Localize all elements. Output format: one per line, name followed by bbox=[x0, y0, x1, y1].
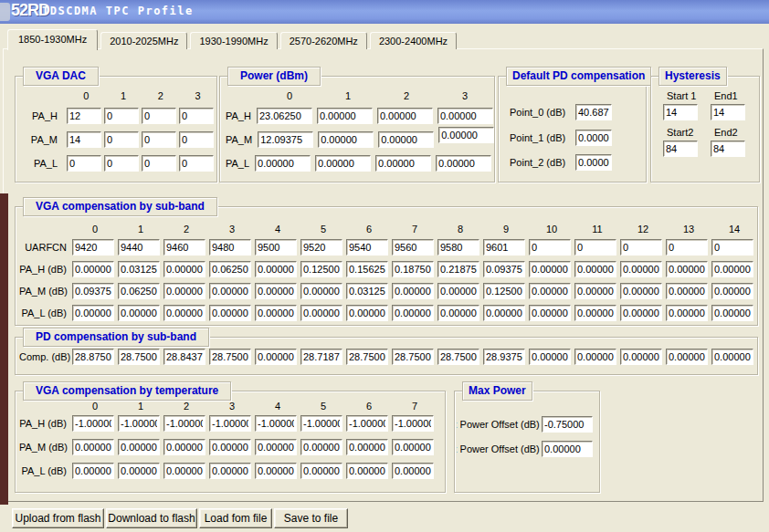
value-field[interactable] bbox=[104, 108, 139, 124]
value-field[interactable] bbox=[255, 415, 297, 432]
value-field[interactable] bbox=[437, 261, 479, 277]
value-field[interactable] bbox=[666, 349, 708, 365]
value-field[interactable] bbox=[209, 305, 251, 321]
value-field[interactable] bbox=[436, 155, 491, 172]
value-field[interactable] bbox=[67, 155, 101, 172]
value-field[interactable] bbox=[438, 127, 494, 143]
value-field[interactable] bbox=[529, 239, 571, 256]
value-field[interactable] bbox=[300, 463, 342, 479]
tab-2300-2400mhz[interactable]: 2300-2400MHz bbox=[370, 32, 457, 49]
save-to-file-button[interactable]: Save to file bbox=[274, 508, 348, 528]
value-field[interactable] bbox=[258, 131, 313, 148]
value-field[interactable] bbox=[392, 283, 434, 299]
value-field[interactable] bbox=[255, 439, 297, 455]
value-field[interactable] bbox=[392, 261, 434, 277]
value-field[interactable] bbox=[118, 283, 160, 299]
value-field[interactable] bbox=[209, 349, 251, 365]
value-field[interactable] bbox=[118, 463, 160, 479]
value-field[interactable] bbox=[257, 108, 312, 124]
value-field[interactable] bbox=[620, 305, 662, 321]
download-to-flash-button[interactable]: Download to flash bbox=[106, 508, 197, 528]
value-field[interactable] bbox=[163, 239, 205, 256]
point1-field[interactable] bbox=[575, 130, 612, 146]
value-field[interactable] bbox=[72, 261, 114, 277]
value-field[interactable] bbox=[72, 283, 114, 299]
value-field[interactable] bbox=[620, 239, 662, 256]
value-field[interactable] bbox=[375, 155, 431, 172]
value-field[interactable] bbox=[666, 261, 708, 277]
value-field[interactable] bbox=[255, 463, 297, 479]
value-field[interactable] bbox=[118, 415, 160, 432]
value-field[interactable] bbox=[574, 283, 616, 299]
value-field[interactable] bbox=[209, 415, 251, 432]
value-field[interactable] bbox=[346, 239, 388, 256]
value-field[interactable] bbox=[118, 239, 160, 256]
value-field[interactable] bbox=[163, 261, 205, 277]
value-field[interactable] bbox=[574, 261, 616, 277]
tab-2010-2025mhz[interactable]: 2010-2025MHz bbox=[100, 32, 187, 49]
value-field[interactable] bbox=[620, 283, 662, 299]
load-from-file-button[interactable]: Load fom file bbox=[199, 508, 272, 528]
value-field[interactable] bbox=[118, 261, 160, 277]
value-field[interactable] bbox=[318, 131, 374, 148]
value-field[interactable] bbox=[392, 305, 434, 321]
value-field[interactable] bbox=[209, 439, 251, 455]
value-field[interactable] bbox=[346, 283, 388, 299]
value-field[interactable] bbox=[300, 439, 342, 455]
value-field[interactable] bbox=[209, 283, 251, 299]
value-field[interactable] bbox=[529, 305, 571, 321]
value-field[interactable] bbox=[163, 439, 205, 455]
tab-2570-2620mhz[interactable]: 2570-2620MHz bbox=[280, 32, 367, 49]
value-field[interactable] bbox=[574, 349, 616, 365]
value-field[interactable] bbox=[163, 349, 205, 365]
value-field[interactable] bbox=[483, 261, 525, 277]
point0-field[interactable] bbox=[575, 104, 612, 120]
start1-field[interactable] bbox=[663, 104, 698, 120]
value-field[interactable] bbox=[255, 349, 297, 365]
value-field[interactable] bbox=[300, 239, 342, 256]
value-field[interactable] bbox=[300, 283, 342, 299]
value-field[interactable] bbox=[574, 305, 616, 321]
value-field[interactable] bbox=[142, 108, 176, 124]
upload-from-flash-button[interactable]: Upload from flash bbox=[12, 508, 104, 528]
value-field[interactable] bbox=[711, 305, 753, 321]
value-field[interactable] bbox=[163, 305, 205, 321]
value-field[interactable] bbox=[142, 155, 176, 172]
value-field[interactable] bbox=[255, 283, 297, 299]
value-field[interactable] bbox=[72, 239, 114, 256]
value-field[interactable] bbox=[346, 463, 388, 479]
value-field[interactable] bbox=[179, 131, 214, 148]
value-field[interactable] bbox=[529, 349, 571, 365]
value-field[interactable] bbox=[104, 131, 139, 148]
value-field[interactable] bbox=[255, 305, 297, 321]
value-field[interactable] bbox=[483, 305, 525, 321]
value-field[interactable] bbox=[179, 155, 214, 172]
value-field[interactable] bbox=[209, 463, 251, 479]
value-field[interactable] bbox=[529, 283, 571, 299]
value-field[interactable] bbox=[346, 349, 388, 365]
value-field[interactable] bbox=[255, 155, 311, 172]
value-field[interactable] bbox=[483, 283, 525, 299]
value-field[interactable] bbox=[392, 415, 434, 432]
value-field[interactable] bbox=[72, 439, 114, 455]
value-field[interactable] bbox=[483, 349, 525, 365]
value-field[interactable] bbox=[300, 261, 342, 277]
value-field[interactable] bbox=[392, 463, 434, 479]
value-field[interactable] bbox=[118, 305, 160, 321]
value-field[interactable] bbox=[437, 283, 479, 299]
value-field[interactable] bbox=[163, 463, 205, 479]
value-field[interactable] bbox=[378, 131, 434, 148]
tab-1850-1930mhz[interactable]: 1850-1930MHz bbox=[7, 29, 98, 50]
value-field[interactable] bbox=[437, 349, 479, 365]
value-field[interactable] bbox=[300, 305, 342, 321]
value-field[interactable] bbox=[72, 349, 114, 365]
value-field[interactable] bbox=[574, 239, 616, 256]
value-field[interactable] bbox=[67, 131, 101, 148]
value-field[interactable] bbox=[437, 305, 479, 321]
value-field[interactable] bbox=[711, 283, 753, 299]
value-field[interactable] bbox=[317, 108, 373, 124]
value-field[interactable] bbox=[118, 439, 160, 455]
value-field[interactable] bbox=[377, 108, 433, 124]
value-field[interactable] bbox=[72, 305, 114, 321]
value-field[interactable] bbox=[142, 131, 176, 148]
